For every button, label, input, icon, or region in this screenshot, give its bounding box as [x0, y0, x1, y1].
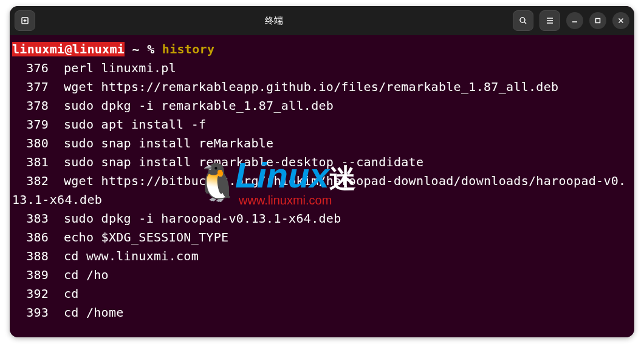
history-line: 386 echo $XDG_SESSION_TYPE	[12, 228, 632, 247]
history-number: 393	[12, 303, 49, 322]
history-number: 379	[12, 115, 49, 134]
history-command: echo $XDG_SESSION_TYPE	[64, 230, 229, 245]
history-line: 382 wget https://bitbucket.org/rhiokim/h…	[12, 172, 632, 209]
history-line: 381 sudo snap install remarkable-desktop…	[12, 153, 632, 172]
terminal-content[interactable]: linuxmi@linuxmi ~ % history 376 perl lin…	[10, 35, 634, 337]
command-input: history	[162, 42, 214, 56]
history-command: sudo snap install reMarkable	[64, 136, 274, 150]
history-line: 393 cd /home	[12, 303, 632, 322]
history-command: wget https://bitbucket.org/rhiokim/haroo…	[12, 174, 626, 207]
search-button[interactable]	[513, 10, 533, 31]
history-command: cd	[64, 286, 79, 301]
history-command: cd www.linuxmi.com	[64, 249, 199, 263]
history-command: wget https://remarkableapp.github.io/fil…	[64, 79, 559, 94]
history-number: 383	[12, 209, 49, 228]
history-command: cd /home	[64, 305, 124, 320]
svg-point-3	[520, 18, 525, 22]
history-number: 382	[12, 172, 49, 191]
history-line: 388 cd www.linuxmi.com	[12, 247, 632, 266]
history-line: 389 cd /ho	[12, 266, 632, 285]
history-number: 381	[12, 153, 49, 172]
window-title: 终端	[35, 15, 513, 27]
titlebar: 终端	[10, 6, 634, 35]
history-line: 383 sudo dpkg -i haroopad-v0.13.1-x64.de…	[12, 209, 632, 228]
history-number: 378	[12, 96, 49, 115]
history-number: 380	[12, 134, 49, 153]
prompt-user-host: linuxmi@linuxmi	[12, 42, 125, 56]
history-line: 378 sudo dpkg -i remarkable_1.87_all.deb	[12, 96, 632, 115]
terminal-window: 终端	[10, 6, 634, 337]
history-line: 379 sudo apt install -f	[12, 115, 632, 134]
history-line: 392 cd	[12, 285, 632, 303]
history-number: 388	[12, 247, 49, 266]
history-line: 380 sudo snap install reMarkable	[12, 134, 632, 153]
prompt-symbol: %	[147, 42, 154, 56]
prompt-path: ~	[132, 42, 139, 56]
menu-button[interactable]	[540, 10, 560, 31]
history-command: sudo dpkg -i haroopad-v0.13.1-x64.deb	[64, 211, 341, 226]
close-button[interactable]	[612, 12, 629, 29]
history-number: 377	[12, 78, 49, 96]
minimize-button[interactable]	[566, 12, 583, 29]
history-number: 389	[12, 266, 49, 285]
svg-line-4	[524, 22, 526, 24]
history-number: 392	[12, 285, 49, 303]
history-number: 376	[12, 59, 49, 78]
history-number: 386	[12, 228, 49, 247]
history-command: sudo apt install -f	[64, 117, 206, 132]
history-line: 376 perl linuxmi.pl	[12, 59, 632, 78]
svg-rect-9	[596, 19, 600, 23]
new-tab-button[interactable]	[15, 10, 35, 31]
maximize-button[interactable]	[589, 12, 606, 29]
history-command: sudo snap install remarkable-desktop --c…	[64, 155, 423, 169]
history-command: perl linuxmi.pl	[64, 61, 176, 75]
history-command: cd /ho	[64, 268, 109, 282]
history-line: 377 wget https://remarkableapp.github.io…	[12, 78, 632, 96]
history-command: sudo dpkg -i remarkable_1.87_all.deb	[64, 98, 334, 113]
